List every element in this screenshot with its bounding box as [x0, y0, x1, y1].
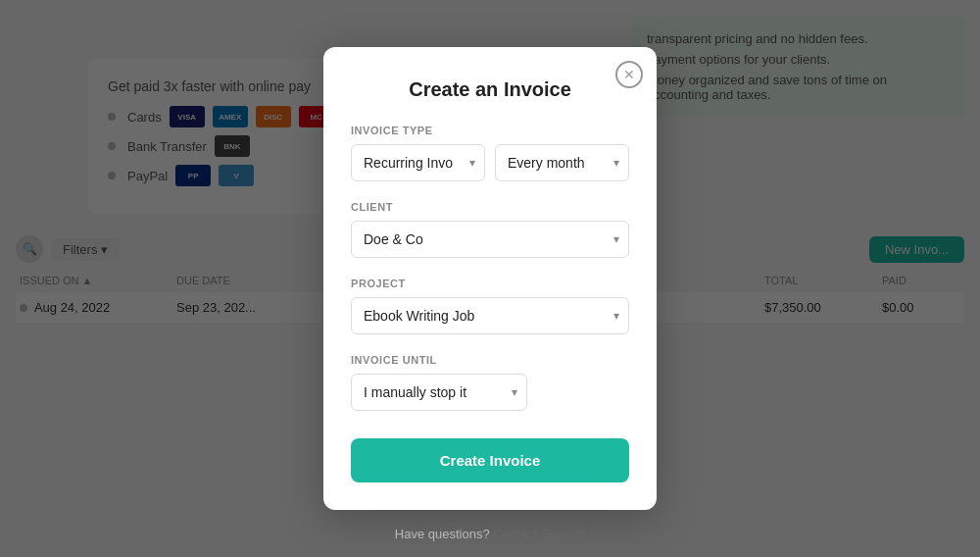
invoice-until-wrapper: I manually stop it After N invoices On a… [351, 374, 527, 411]
contact-support-link[interactable]: Contact Support [493, 527, 585, 541]
invoice-type-select[interactable]: Recurring Invoice One-time Invoice [351, 144, 485, 181]
close-icon: ✕ [623, 67, 635, 82]
modal-overlay: ✕ Create an Invoice INVOICE TYPE Recurri… [0, 0, 980, 557]
modal-title: Create an Invoice [351, 78, 629, 101]
invoice-until-section: INVOICE UNTIL I manually stop it After N… [351, 354, 629, 411]
invoice-until-label: INVOICE UNTIL [351, 354, 629, 366]
client-wrapper: Doe & Co Other Client ▾ [351, 221, 629, 258]
client-section: CLIENT Doe & Co Other Client ▾ [351, 201, 629, 258]
project-section: PROJECT Ebook Writing Job Other Project … [351, 278, 629, 334]
invoice-type-row: Recurring Invoice One-time Invoice ▾ Eve… [351, 144, 629, 181]
frequency-select[interactable]: Every month Every week Every year [495, 144, 629, 181]
project-wrapper: Ebook Writing Job Other Project ▾ [351, 297, 629, 334]
invoice-type-label: INVOICE TYPE [351, 125, 629, 136]
client-select[interactable]: Doe & Co Other Client [351, 221, 629, 258]
client-label: CLIENT [351, 201, 629, 213]
invoice-type-section: INVOICE TYPE Recurring Invoice One-time … [351, 125, 629, 181]
create-invoice-button[interactable]: Create Invoice [351, 438, 629, 482]
invoice-type-wrapper: Recurring Invoice One-time Invoice ▾ [351, 144, 485, 181]
create-invoice-modal: ✕ Create an Invoice INVOICE TYPE Recurri… [323, 47, 657, 510]
footer-text: Have questions? [395, 527, 490, 541]
project-label: PROJECT [351, 278, 629, 289]
frequency-wrapper: Every month Every week Every year ▾ [495, 144, 629, 181]
invoice-until-select[interactable]: I manually stop it After N invoices On a… [351, 374, 527, 411]
close-button[interactable]: ✕ [615, 61, 643, 88]
project-select[interactable]: Ebook Writing Job Other Project [351, 297, 629, 334]
footer: Have questions? Contact Support [0, 527, 980, 541]
